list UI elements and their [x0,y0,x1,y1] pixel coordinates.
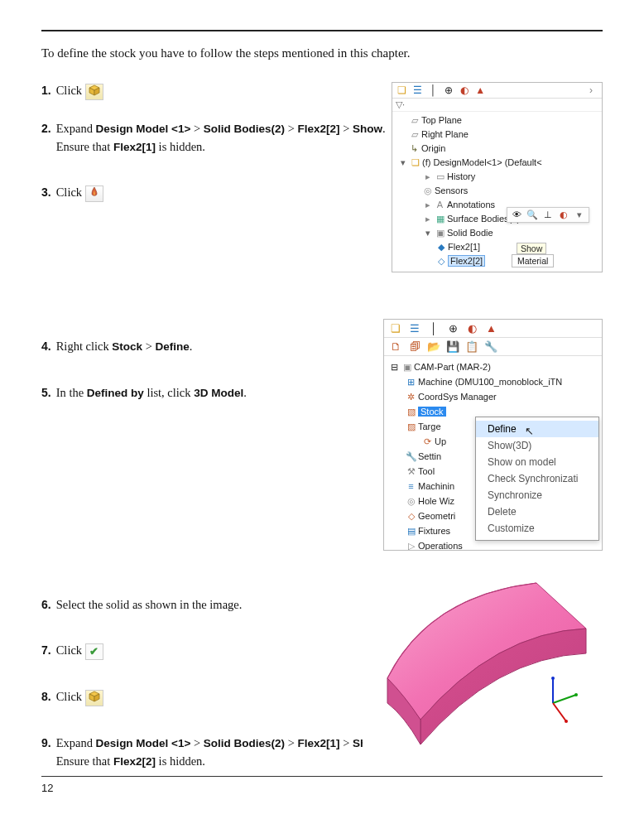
page-number: 12 [41,776,603,794]
svg-point-10 [574,693,578,696]
tool-icon: ⚒ [406,464,416,475]
t: Defined by [87,387,144,399]
chevron-down-icon: ▾ [422,226,433,237]
origin-icon: ↳ [409,142,420,152]
t: Solid Bodies(2) [204,123,285,135]
ctx-delete[interactable]: Delete [476,503,598,520]
ctx-customize[interactable]: Customize [476,520,598,537]
step-number: 2. [41,120,51,137]
annotations-icon: A [435,198,445,209]
appearance-icon[interactable]: ◐ [558,210,570,220]
intro-text: To define the stock you have to follow t… [41,46,603,60]
cam-toolbar-1: ❏ ☰ │ ⊕ ◐ ▲ [384,320,602,338]
target-icon[interactable]: ⊕ [446,322,459,335]
tree-filter[interactable]: ▽· [392,99,602,112]
machining-icon: ≡ [406,479,416,489]
context-toolbar: 👁 🔍 ⊥ ◐ ▾ [507,207,589,223]
t: > [190,122,203,135]
tree-node-flex2[interactable]: ◇Flex2[2] [394,254,600,268]
appearance-icon[interactable]: ◐ [465,322,478,335]
isolate-icon[interactable]: 🔍 [526,210,538,220]
display-icon[interactable]: │ [427,322,440,335]
t: Stock [112,340,142,353]
t: Flex2[1] [113,141,156,153]
folder-icon[interactable]: 📂 [427,340,440,353]
t: list, click [144,386,194,399]
chevron-right-icon: ▸ [422,212,433,223]
svg-line-8 [553,703,566,721]
figure-solid-model [363,571,603,761]
solid-icon: ▣ [435,226,445,237]
dropdown-icon[interactable]: ▾ [574,210,585,220]
tree-node-solidbodies[interactable]: ▾▣Solid Bodie [394,226,600,240]
assembly-icon[interactable]: ❏ [389,322,402,335]
display-icon[interactable]: │ [427,84,439,96]
step-number: 9. [41,735,51,752]
solid-svg [363,571,603,761]
ctx-show3d[interactable]: Show(3D) [476,437,598,454]
tree-node-history[interactable]: ▸▭History [394,170,600,184]
ctx-checksync[interactable]: Check Synchronizati [476,470,598,487]
tree-label-selected: Stock [418,407,446,417]
flame-icon[interactable]: ▲ [484,322,497,335]
t: In the [56,386,87,399]
cam-node-coordsys[interactable]: ✲CoordSys Manager [386,389,600,404]
svg-point-9 [551,677,555,680]
part-icon: ❏ [410,156,421,166]
tree-node-designmodel[interactable]: ▾❏(f) DesignModel<1> (Default< [394,156,600,170]
zoom-icon[interactable]: ⊥ [542,210,554,220]
tree-label: History [447,171,475,181]
flame-icon[interactable]: ▲ [474,84,486,96]
cam-node-root[interactable]: ⊟▣CAM-Part (MAR-2) [386,359,600,374]
tree-node-origin[interactable]: ↳Origin [394,142,600,156]
chevron-down-icon: ▾ [397,156,408,166]
tree-label: Targe [418,422,441,431]
configs-icon[interactable]: ☰ [411,84,423,96]
hole-icon: ◎ [406,494,416,504]
report-icon[interactable]: 📋 [465,340,478,353]
tree-node-sensors[interactable]: ◎Sensors [394,184,600,198]
cam-toolbar-2: 🗋 🗐 📂 💾 📋 🔧 [384,338,602,356]
content-area: 1. Click 2. Expand Design Model <1> > So… [41,82,603,770]
t: > [285,122,297,135]
flame-icon [85,185,103,202]
tree-node-rightplane[interactable]: ▱Right Plane [394,128,600,142]
svg-point-11 [565,720,568,723]
settings-icon[interactable]: 🔧 [484,340,497,353]
settings-icon: 🔧 [406,449,416,460]
chevron-right-icon: ▸ [422,198,433,209]
hide-icon[interactable]: 👁 [511,210,522,219]
feature-tree-tabs: ❏ ☰ │ ⊕ ◐ ▲ › [392,83,602,99]
t: Click [56,690,85,703]
ctx-define[interactable]: Define [476,421,598,437]
step-pre: Click [56,84,85,97]
new-icon[interactable]: 🗋 [389,340,402,353]
tree-node-equations[interactable]: ΣEquations Bo [394,268,600,272]
t: Click [56,643,85,657]
tree-label: Origin [421,143,445,153]
cam-node-machine[interactable]: ⊞Machine (DMU100_monoblock_iTN [386,374,600,389]
t: . [243,386,247,399]
part-icon: ▣ [401,359,412,370]
assembly-icon[interactable]: ❏ [396,84,407,96]
t: > [190,736,203,749]
ctx-sync[interactable]: Synchronize [476,487,598,503]
feature-tree: ▱Top Plane ▱Right Plane ↳Origin ▾❏(f) De… [392,112,602,272]
chevron-right-icon[interactable]: › [585,84,597,96]
target-icon[interactable]: ⊕ [443,84,454,96]
step-text: Click [56,688,103,706]
ops-icon: ▷ [406,538,416,549]
t: Flex2[1] [298,737,340,749]
appearance-icon[interactable]: ◐ [459,84,470,96]
tree-node-flex1[interactable]: ◆Flex2[1] [394,240,600,254]
ctx-showonmodel[interactable]: Show on model [476,454,598,470]
stock-icon: ▧ [406,404,416,415]
tree-node-topplane[interactable]: ▱Top Plane [394,113,600,128]
save-icon[interactable]: 💾 [446,340,459,353]
tree-label: Tool [418,466,435,476]
cube-icon [85,84,103,100]
edit-icon[interactable]: 🗐 [408,340,421,353]
plane-icon: ▱ [409,113,420,124]
configs-icon[interactable]: ☰ [408,322,421,335]
updated-icon: ⟳ [422,434,433,445]
